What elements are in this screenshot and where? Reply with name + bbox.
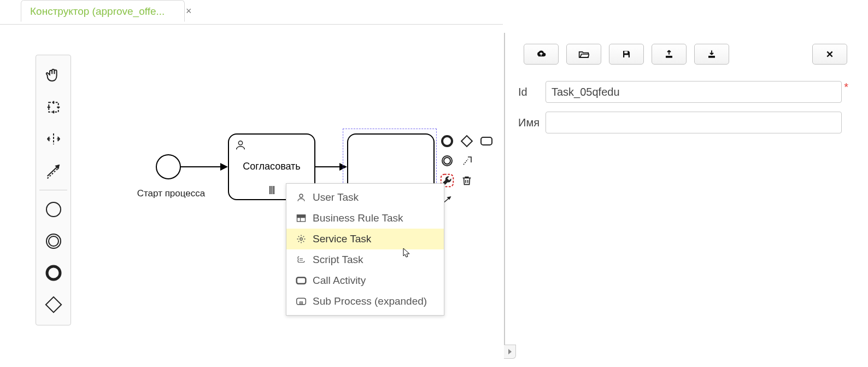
field-name: Имя (518, 112, 847, 133)
properties-panel: Id * Имя (514, 33, 847, 142)
hand-tool-icon[interactable] (36, 60, 71, 91)
append-task-icon[interactable] (478, 132, 495, 150)
menu-item-user-task[interactable]: User Task (286, 187, 444, 208)
svg-rect-23 (708, 56, 715, 58)
bpmn-start-event[interactable] (156, 154, 181, 179)
context-pad (438, 132, 495, 209)
sequence-flow[interactable] (315, 166, 346, 167)
lasso-tool-icon[interactable] (36, 91, 71, 123)
svg-rect-8 (461, 136, 472, 147)
svg-rect-5 (45, 297, 61, 312)
task-label: Согласовать (229, 161, 314, 172)
panel-divider[interactable] (504, 33, 505, 356)
multi-instance-marker-icon: ||| (269, 185, 274, 195)
close-button[interactable] (812, 44, 847, 65)
script-icon (295, 255, 307, 265)
global-connect-tool-icon[interactable] (36, 155, 71, 187)
save-button[interactable] (609, 44, 644, 65)
import-button[interactable] (694, 44, 729, 65)
name-label: Имя (518, 116, 546, 129)
append-annotation-icon[interactable] (458, 152, 476, 170)
menu-item-label: Service Task (313, 233, 371, 245)
append-intermediate-event-icon[interactable] (438, 152, 456, 170)
user-icon (295, 193, 307, 202)
svg-point-13 (300, 194, 303, 197)
deploy-button[interactable] (524, 44, 559, 65)
menu-item-service-task[interactable]: Service Task (286, 229, 444, 249)
export-button[interactable] (652, 44, 687, 65)
svg-point-16 (300, 238, 303, 241)
svg-rect-9 (481, 137, 492, 145)
bpmn-start-event-label: Старт процесса (136, 188, 207, 199)
diagram-canvas[interactable]: Старт процесса Согласовать ||| (77, 33, 497, 361)
subprocess-icon (295, 297, 307, 306)
append-end-event-icon[interactable] (438, 132, 456, 150)
menu-item-label: User Task (313, 191, 359, 203)
svg-point-7 (442, 136, 452, 146)
menu-item-script-task[interactable]: Script Task (286, 249, 444, 270)
svg-rect-17 (297, 277, 306, 284)
end-event-icon[interactable] (36, 257, 71, 289)
svg-point-11 (444, 158, 450, 164)
palette-divider (39, 190, 67, 190)
tab-close-icon[interactable]: × (186, 0, 202, 22)
field-id: Id * (518, 81, 847, 103)
id-input[interactable] (546, 81, 842, 103)
gateway-icon[interactable] (36, 289, 71, 321)
properties-toolbar (524, 44, 847, 65)
start-event-icon[interactable] (36, 194, 71, 225)
space-tool-icon[interactable] (36, 123, 71, 155)
svg-point-6 (238, 141, 242, 145)
svg-rect-21 (624, 55, 629, 58)
svg-point-1 (46, 202, 61, 217)
svg-rect-0 (49, 102, 58, 112)
gear-icon (295, 234, 307, 244)
menu-item-sub-process[interactable]: Sub Process (expanded) (286, 291, 444, 312)
menu-item-label: Script Task (313, 254, 363, 266)
open-button[interactable] (566, 44, 601, 65)
required-marker: * (844, 81, 848, 94)
menu-item-call-activity[interactable]: Call Activity (286, 270, 444, 291)
placeholder (478, 152, 495, 170)
svg-rect-20 (624, 51, 627, 54)
delete-trash-icon[interactable] (458, 172, 476, 189)
replace-menu: User Task Business Rule Task Service Tas… (286, 183, 444, 316)
svg-rect-22 (666, 56, 672, 58)
svg-rect-15 (297, 215, 306, 218)
menu-item-label: Sub Process (expanded) (313, 295, 427, 307)
table-icon (295, 214, 307, 223)
name-input[interactable] (546, 112, 842, 133)
call-activity-icon (295, 276, 307, 285)
panel-collapse-handle[interactable] (504, 345, 516, 359)
menu-item-business-rule-task[interactable]: Business Rule Task (286, 208, 444, 229)
palette (36, 55, 71, 325)
tab-constructor[interactable]: Конструктор (approve_offe... (21, 0, 185, 22)
menu-item-label: Call Activity (313, 275, 366, 287)
append-gateway-icon[interactable] (458, 132, 476, 150)
tab-bar: Конструктор (approve_offe... × (0, 0, 503, 25)
id-label: Id (518, 86, 546, 98)
svg-point-3 (49, 236, 58, 246)
arrowhead-icon (220, 163, 228, 171)
user-icon (234, 139, 247, 153)
menu-item-label: Business Rule Task (313, 212, 403, 224)
intermediate-event-icon[interactable] (36, 225, 71, 257)
svg-point-4 (47, 266, 60, 279)
sequence-flow[interactable] (181, 166, 227, 167)
